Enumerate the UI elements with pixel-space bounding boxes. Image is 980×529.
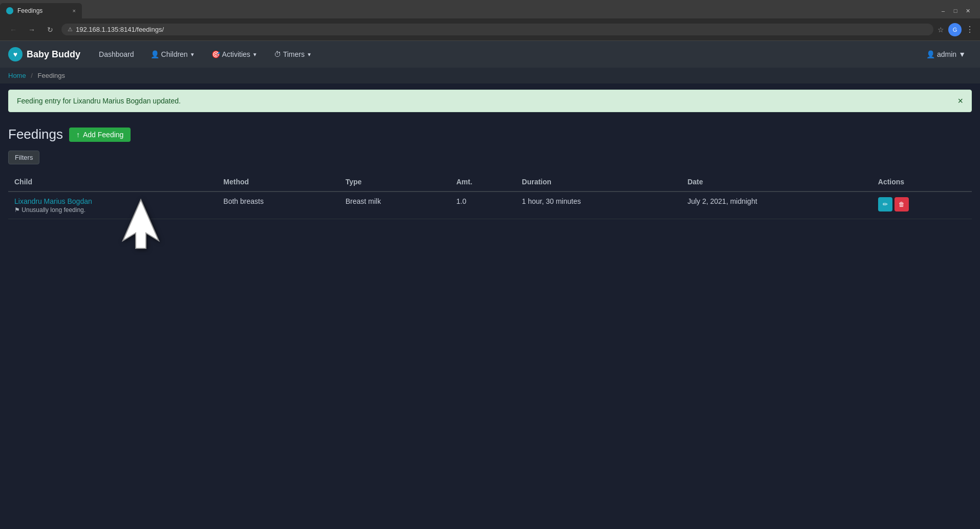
col-amt: Amt. [450,173,516,192]
success-alert: Feeding entry for Lixandru Marius Bogdan… [8,90,972,112]
address-bar[interactable]: ⚠ 192.168.1.135:8141/feedings/ [61,24,933,35]
add-icon: ↑ [76,131,80,139]
browser-menu-icon[interactable]: ⋮ [966,25,974,34]
table-body: Lixandru Marius Bogdan ⚑ Unusually long … [8,192,972,219]
warning-text: ⚑ Unusually long feeding. [14,206,211,214]
children-icon: 👤 [151,50,159,58]
browser-profile[interactable]: G [948,23,962,36]
maximize-button[interactable]: □ [949,5,962,17]
breadcrumb: Home / Feedings [0,68,980,83]
col-type: Type [339,173,451,192]
cell-date: July 2, 2021, midnight [681,192,872,219]
forward-button[interactable]: → [25,23,39,37]
filters-button[interactable]: Filters [8,151,39,164]
close-window-button[interactable]: ✕ [962,5,974,17]
alert-close-button[interactable]: × [957,96,963,105]
col-child: Child [8,173,217,192]
nav-user[interactable]: 👤 admin ▼ [920,46,972,62]
nav-dashboard[interactable]: Dashboard [93,46,140,62]
app-navbar: ♥ Baby Buddy Dashboard 👤 Children ▼ 🎯 Ac… [0,41,980,68]
edit-button[interactable]: ✏ [878,197,892,211]
activities-icon: 🎯 [211,50,220,58]
window-controls: – □ ✕ [931,5,980,17]
col-actions: Actions [872,173,972,192]
cell-child: Lixandru Marius Bogdan ⚑ Unusually long … [8,192,217,219]
user-label: admin [937,50,956,58]
security-icon: ⚠ [68,26,73,33]
feedings-table: Child Method Type Amt. Duration Date Act… [8,173,972,219]
page-header: Feedings ↑ Add Feeding [8,126,972,142]
minimize-button[interactable]: – [937,5,949,17]
timers-label: Timers [283,50,305,58]
nav-children[interactable]: 👤 Children ▼ [144,46,201,62]
action-buttons: ✏ 🗑 [878,197,966,211]
browser-tab[interactable]: Feedings × [0,3,82,18]
col-duration: Duration [516,173,681,192]
navbar-brand[interactable]: ♥ Baby Buddy [8,47,80,61]
alert-message: Feeding entry for Lixandru Marius Bogdan… [17,97,181,105]
dashboard-label: Dashboard [99,50,134,58]
url-text: 192.168.1.135:8141/feedings/ [76,26,927,33]
brand-icon: ♥ [8,47,23,61]
activities-label: Activities [222,50,250,58]
breadcrumb-separator: / [31,72,33,79]
tab-close-button[interactable]: × [73,8,76,14]
timers-caret: ▼ [307,52,312,57]
add-feeding-button[interactable]: ↑ Add Feeding [69,128,131,142]
nav-timers[interactable]: ⏱ Timers ▼ [268,46,318,62]
child-link[interactable]: Lixandru Marius Bogdan [14,197,92,205]
activities-caret: ▼ [252,52,258,57]
user-caret: ▼ [958,50,966,58]
col-date: Date [681,173,872,192]
main-content: Feedings ↑ Add Feeding Filters Child Met… [0,118,980,227]
nav-activities[interactable]: 🎯 Activities ▼ [205,46,264,62]
browser-toolbar: ← → ↻ ⚠ 192.168.1.135:8141/feedings/ ☆ G… [0,18,980,41]
tab-title: Feedings [17,7,42,14]
col-method: Method [217,173,339,192]
brand-name: Baby Buddy [27,49,80,60]
cell-amt: 1.0 [450,192,516,219]
add-label: Add Feeding [83,131,123,139]
filters-label: Filters [15,154,33,161]
warning-icon: ⚑ [14,206,20,214]
browser-chrome: Feedings × – □ ✕ ← → ↻ ⚠ 192.168.1.135:8… [0,0,980,41]
tab-favicon [6,7,13,14]
feedings-table-container: Child Method Type Amt. Duration Date Act… [8,173,972,219]
cell-actions: ✏ 🗑 [872,192,972,219]
browser-tab-bar: Feedings × – □ ✕ [0,0,980,18]
delete-button[interactable]: 🗑 [894,197,909,211]
cell-type: Breast milk [339,192,451,219]
children-label: Children [161,50,188,58]
back-button[interactable]: ← [6,23,20,37]
children-caret: ▼ [190,52,195,57]
breadcrumb-home[interactable]: Home [8,72,26,79]
page-title: Feedings [8,126,63,142]
table-header: Child Method Type Amt. Duration Date Act… [8,173,972,192]
user-icon: 👤 [926,50,935,58]
timers-icon: ⏱ [274,50,281,58]
cell-method: Both breasts [217,192,339,219]
breadcrumb-current: Feedings [38,72,65,79]
refresh-button[interactable]: ↻ [43,23,57,37]
bookmark-icon[interactable]: ☆ [938,26,944,34]
cell-duration: 1 hour, 30 minutes [516,192,681,219]
table-row: Lixandru Marius Bogdan ⚑ Unusually long … [8,192,972,219]
